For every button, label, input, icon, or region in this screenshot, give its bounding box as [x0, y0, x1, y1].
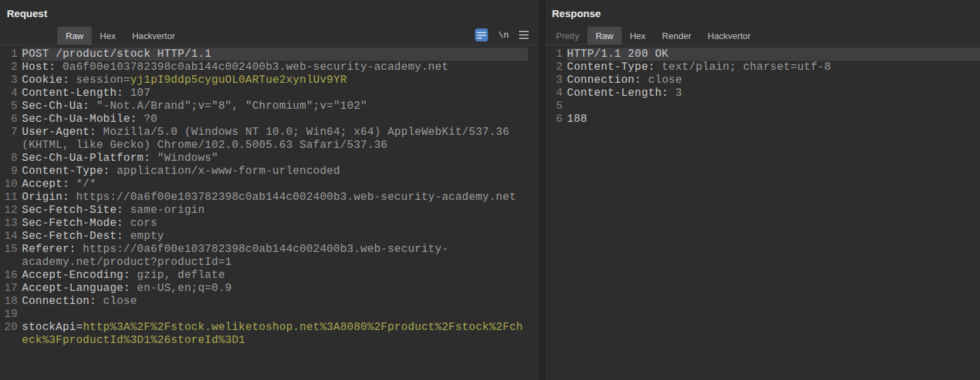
editor-line[interactable]: 8Sec-Ch-Ua-Platform: "Windows" [0, 152, 539, 165]
line-number: 6 [0, 113, 18, 126]
editor-line[interactable]: 6Sec-Ch-Ua-Mobile: ?0 [0, 113, 539, 126]
line-content[interactable]: Host: 0a6f00e103782398c0ab144c002400b3.w… [22, 61, 528, 74]
line-content[interactable]: Accept-Encoding: gzip, deflate [22, 269, 528, 282]
line-content[interactable]: Sec-Fetch-Dest: empty [22, 230, 528, 243]
tab-raw[interactable]: Raw [57, 27, 92, 45]
line-content[interactable]: Content-Type: application/x-www-form-url… [22, 165, 528, 178]
editor-line[interactable]: 5Sec-Ch-Ua: "-Not.A/Brand";v="8", "Chrom… [0, 100, 539, 113]
editor-line[interactable]: 1HTTP/1.1 200 OK [545, 48, 980, 61]
plain-text: Connection: [567, 74, 641, 86]
editor-line[interactable]: 3Connection: close [545, 74, 980, 87]
editor-line[interactable]: 3Cookie: session=yj1pI9ddp5cyguOL0ARTue2… [0, 74, 539, 87]
header-value: "-Not.A/Brand";v="8", "Chromium";v="102" [90, 100, 367, 112]
response-editor[interactable]: 1HTTP/1.1 200 OK2Content-Type: text/plai… [545, 45, 980, 380]
line-number: 6 [545, 113, 563, 126]
request-editor[interactable]: 1POST /product/stock HTTP/1.12Host: 0a6f… [0, 45, 539, 380]
editor-line[interactable]: 2Host: 0a6f00e103782398c0ab144c002400b3.… [0, 61, 539, 74]
editor-line[interactable]: 10Accept: */* [0, 178, 539, 191]
response-panel: Response PrettyRawHexRenderHackvertor 1H… [545, 0, 980, 380]
tab-render[interactable]: Render [654, 27, 700, 45]
show-newlines-icon[interactable]: \n [498, 30, 509, 40]
header-value: https://0a6f00e103782398c0ab144c002400b3… [69, 191, 516, 203]
panel-splitter[interactable] [539, 0, 545, 380]
line-content[interactable]: Sec-Fetch-Mode: cors [22, 217, 528, 230]
plain-text: User-Agent: [22, 126, 96, 138]
editor-line[interactable]: 6188 [545, 113, 980, 126]
line-content[interactable]: Cookie: session=yj1pI9ddp5cyguOL0ARTue2x… [22, 74, 528, 87]
line-number: 8 [0, 152, 18, 165]
line-content[interactable]: Sec-Ch-Ua: "-Not.A/Brand";v="8", "Chromi… [22, 100, 528, 113]
line-content[interactable]: Content-Type: text/plain; charset=utf-8 [567, 61, 980, 74]
word-wrap-icon[interactable] [475, 28, 488, 42]
plain-text: Content-Length: [22, 87, 124, 99]
tab-raw[interactable]: Raw [587, 27, 622, 45]
editor-line[interactable]: 20stockApi=http%3A%2F%2Fstock.weliketosh… [0, 321, 539, 347]
editor-line[interactable]: 15Referer: https://0a6f00e103782398c0ab1… [0, 243, 539, 269]
editor-menu-icon[interactable] [518, 30, 529, 40]
line-number: 20 [0, 321, 18, 347]
editor-line[interactable]: 17Accept-Language: en-US,en;q=0.9 [0, 282, 539, 295]
line-content[interactable]: User-Agent: Mozilla/5.0 (Windows NT 10.0… [22, 126, 528, 152]
editor-line[interactable]: 11Origin: https://0a6f00e103782398c0ab14… [0, 191, 539, 204]
header-value: https://0a6f00e103782398c0ab144c002400b3… [22, 243, 449, 268]
plain-text: Origin: [22, 191, 69, 203]
line-number: 13 [0, 217, 18, 230]
editor-line[interactable]: 2Content-Type: text/plain; charset=utf-8 [545, 61, 980, 74]
editor-line[interactable]: 4Content-Length: 107 [0, 87, 539, 100]
line-content[interactable]: HTTP/1.1 200 OK [567, 48, 980, 61]
line-content[interactable]: Sec-Ch-Ua-Platform: "Windows" [22, 152, 528, 165]
tab-hackvertor[interactable]: Hackvertor [700, 27, 759, 45]
plain-text: Sec-Ch-Ua: [22, 100, 90, 112]
editor-line[interactable]: 16Accept-Encoding: gzip, deflate [0, 269, 539, 282]
plain-text: Sec-Fetch-Dest: [22, 230, 124, 242]
editor-line[interactable]: 4Content-Length: 3 [545, 87, 980, 100]
line-content[interactable]: Connection: close [22, 295, 528, 308]
header-value: text/plain; charset=utf-8 [655, 61, 831, 73]
line-content[interactable]: Referer: https://0a6f00e103782398c0ab144… [22, 243, 528, 269]
line-content[interactable]: Sec-Ch-Ua-Mobile: ?0 [22, 113, 528, 126]
line-content[interactable]: Accept-Language: en-US,en;q=0.9 [22, 282, 528, 295]
plain-text: Connection: [22, 295, 96, 307]
burp-message-editor: Request \n RawHexHackvertor 1POST /produ… [0, 0, 980, 380]
editor-line[interactable]: 5 [545, 100, 980, 113]
tab-pretty[interactable]: Pretty [548, 27, 587, 45]
line-content[interactable]: Sec-Fetch-Site: same-origin [22, 204, 528, 217]
line-number: 4 [545, 87, 563, 100]
line-content[interactable]: Accept: */* [22, 178, 528, 191]
header-value: session= [69, 74, 130, 86]
line-number: 5 [0, 100, 18, 113]
line-content[interactable]: Origin: https://0a6f00e103782398c0ab144c… [22, 191, 528, 204]
line-number: 2 [545, 61, 563, 74]
editor-line[interactable]: 14Sec-Fetch-Dest: empty [0, 230, 539, 243]
line-content[interactable]: POST /product/stock HTTP/1.1 [22, 48, 528, 61]
editor-line[interactable]: 12Sec-Fetch-Site: same-origin [0, 204, 539, 217]
line-content[interactable]: stockApi=http%3A%2F%2Fstock.weliketoshop… [22, 321, 528, 347]
highlighted-value: http%3A%2F%2Fstock.weliketoshop.net%3A80… [22, 321, 523, 346]
header-value: close [641, 74, 682, 86]
line-content[interactable]: Connection: close [567, 74, 980, 87]
highlighted-value: yj1pI9ddp5cyguOL0ARTue2xynlUv9YR [130, 74, 347, 86]
line-content[interactable] [22, 308, 528, 321]
plain-text: Content-Type: [567, 61, 655, 73]
editor-line[interactable]: 18Connection: close [0, 295, 539, 308]
plain-text: Host: [22, 61, 56, 73]
line-number: 4 [0, 87, 18, 100]
tab-hackvertor[interactable]: Hackvertor [124, 27, 183, 45]
editor-line[interactable]: 9Content-Type: application/x-www-form-ur… [0, 165, 539, 178]
line-content[interactable]: Content-Length: 107 [22, 87, 528, 100]
editor-line[interactable]: 7User-Agent: Mozilla/5.0 (Windows NT 10.… [0, 126, 539, 152]
plain-text: Referer: [22, 243, 76, 255]
editor-line[interactable]: 13Sec-Fetch-Mode: cors [0, 217, 539, 230]
editor-line[interactable]: 1POST /product/stock HTTP/1.1 [0, 48, 539, 61]
header-value: Mozilla/5.0 (Windows NT 10.0; Win64; x64… [22, 126, 516, 151]
request-panel: Request \n RawHexHackvertor 1POST /produ… [0, 0, 539, 380]
line-content[interactable]: Content-Length: 3 [567, 87, 980, 100]
tab-hex[interactable]: Hex [622, 27, 654, 45]
line-content[interactable] [567, 100, 980, 113]
header-value: empty [124, 230, 164, 242]
plain-text: Content-Type: [22, 165, 110, 177]
tab-hex[interactable]: Hex [92, 27, 124, 45]
plain-text: Accept-Encoding: [22, 269, 130, 281]
editor-line[interactable]: 19 [0, 308, 539, 321]
line-content[interactable]: 188 [567, 113, 980, 126]
